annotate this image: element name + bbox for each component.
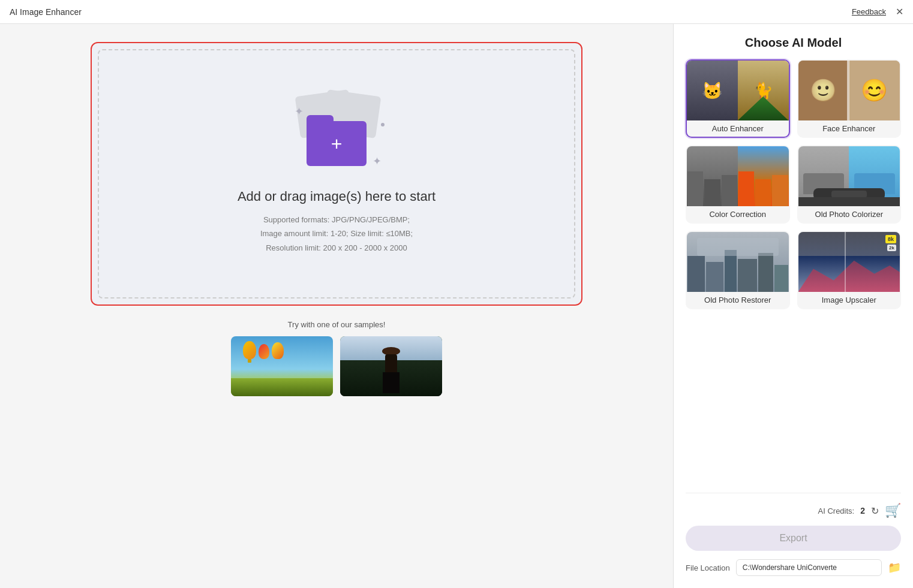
model-card-image-upscaler[interactable]: 8k 2k Image Upscaler <box>797 231 902 309</box>
model-card-auto-enhancer[interactable]: 🐱 🐈 Auto Enhancer <box>686 59 790 138</box>
image-upscaler-image: 8k 2k <box>798 232 900 292</box>
credits-row: AI Credits: 2 ↻ 🛒 <box>686 503 901 518</box>
model-card-face-enhancer[interactable]: 🙂 😊 Face Enhancer <box>797 59 902 138</box>
folder-plus-icon: + <box>331 134 343 153</box>
file-location-select[interactable]: C:\Wondershare UniConverte <box>736 559 882 576</box>
file-location-row: File Location C:\Wondershare UniConverte… <box>686 559 901 576</box>
sparkle-topleft-icon: ✦ <box>295 105 304 118</box>
old-photo-colorizer-label: Old Photo Colorizer <box>798 206 900 222</box>
color-correction-label: Color Correction <box>687 206 789 222</box>
auto-enhancer-label: Auto Enhancer <box>687 120 789 137</box>
title-bar-actions: Feedback ✕ <box>852 7 903 17</box>
cart-button[interactable]: 🛒 <box>885 503 901 518</box>
right-panel: Choose AI Model 🐱 🐈 Auto Enhanc <box>673 24 913 588</box>
model-card-old-photo-restorer[interactable]: Old Photo Restorer <box>686 231 790 309</box>
export-button[interactable]: Export <box>686 526 901 551</box>
folder-main-icon: + <box>307 121 367 166</box>
choose-model-title: Choose AI Model <box>686 36 901 50</box>
folder-body: + <box>307 121 367 166</box>
sparkle-bottomright-icon: ✦ <box>373 155 382 168</box>
image-upscaler-label: Image Upscaler <box>798 292 900 308</box>
close-button[interactable]: ✕ <box>896 7 903 17</box>
auto-enhancer-image: 🐱 🐈 <box>687 61 789 120</box>
main-layout: ✦ ✦ + Add or drag image(s) here to start… <box>0 24 913 588</box>
old-photo-restorer-image <box>687 232 789 292</box>
open-folder-button[interactable]: 📁 <box>888 561 901 574</box>
drop-zone-main-text: Add or drag image(s) here to start <box>238 189 436 204</box>
title-bar: AI Image Enhancer Feedback ✕ <box>0 0 913 24</box>
samples-label: Try with one of our samples! <box>288 320 386 329</box>
model-card-old-photo-colorizer[interactable]: Old Photo Colorizer <box>797 145 902 224</box>
drop-zone[interactable]: ✦ ✦ + Add or drag image(s) here to start… <box>91 42 582 306</box>
sample-balloon-image[interactable] <box>231 336 333 396</box>
credits-count: 2 <box>860 506 865 515</box>
left-panel: ✦ ✦ + Add or drag image(s) here to start… <box>0 24 673 588</box>
folder-tab <box>307 115 334 123</box>
credits-label: AI Credits: <box>818 506 855 515</box>
feedback-link[interactable]: Feedback <box>852 7 886 16</box>
samples-section: Try with one of our samples! <box>91 320 582 396</box>
face-enhancer-image: 🙂 😊 <box>798 61 900 120</box>
sparkle-dot-right <box>381 123 385 126</box>
refresh-credits-button[interactable]: ↻ <box>871 505 879 517</box>
model-card-color-correction[interactable]: Color Correction <box>686 145 790 224</box>
samples-row <box>231 336 442 396</box>
old-photo-colorizer-image <box>798 146 900 206</box>
sample-woman-image[interactable] <box>340 336 442 396</box>
face-enhancer-label: Face Enhancer <box>798 120 900 137</box>
model-grid: 🐱 🐈 Auto Enhancer 🙂 <box>686 59 901 309</box>
app-title: AI Image Enhancer <box>10 7 82 17</box>
folder-icon-container: ✦ ✦ + <box>289 93 385 177</box>
old-photo-restorer-label: Old Photo Restorer <box>687 292 789 308</box>
bottom-section: AI Credits: 2 ↻ 🛒 Export File Location C… <box>686 493 901 576</box>
drop-zone-sub-text: Supported formats: JPG/PNG/JPEG/BMP; Ima… <box>260 213 413 255</box>
file-location-label: File Location <box>686 563 730 572</box>
color-correction-image <box>687 146 789 206</box>
